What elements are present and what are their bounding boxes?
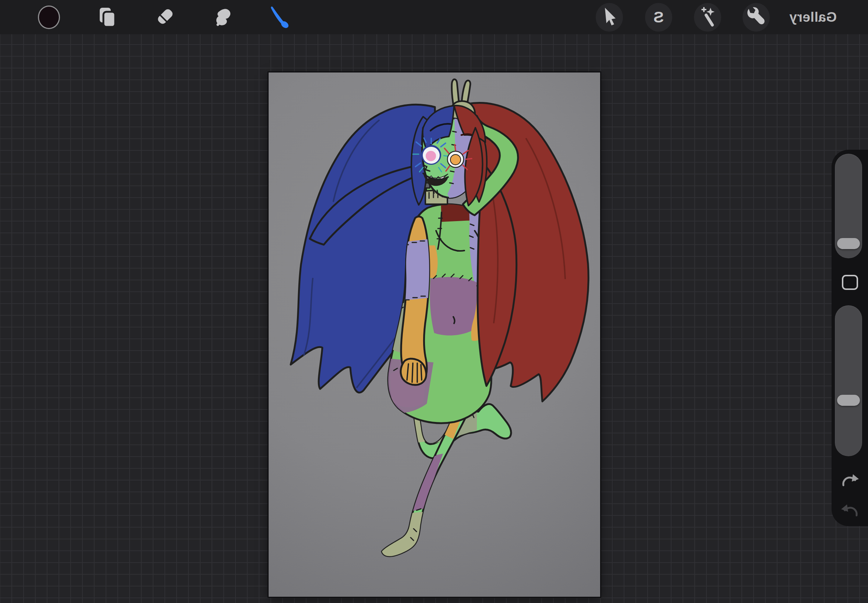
redo-arrow-icon [840,473,860,489]
tool-color-swatch[interactable] [37,6,61,29]
hand-left [401,359,426,385]
drawing-canvas[interactable] [269,73,600,597]
color-circle-icon [38,6,60,29]
modify-button[interactable] [842,275,858,290]
tool-smudge[interactable] [211,6,234,29]
artwork-patchwork-doll [269,73,600,597]
brush-icon [268,6,291,29]
eraser-icon [153,6,176,29]
history-undo[interactable] [840,504,860,519]
wrench-icon [744,6,768,29]
head [412,105,487,206]
slider-handle-brush-size[interactable] [837,238,860,249]
tool-transform[interactable] [596,3,623,32]
history-redo[interactable] [840,473,860,489]
smudge-finger-icon [211,6,234,29]
procreate-app: S Gallery [0,0,868,603]
undo-arrow-icon [840,504,860,519]
tool-eraser[interactable] [153,6,176,29]
brush-size-slider[interactable] [835,154,862,258]
cursor-arrow-icon [597,6,621,29]
brush-sidebar [832,150,868,526]
layers-icon [95,6,119,29]
gallery-button[interactable]: Gallery [774,0,851,34]
selection-s-icon: S [653,9,664,25]
tool-adjustments[interactable] [694,3,721,32]
gallery-label: Gallery [789,9,837,25]
top-toolbar: S Gallery [0,0,868,34]
slider-handle-opacity[interactable] [837,395,860,406]
tool-actions[interactable] [743,3,770,32]
tool-paint-brush[interactable] [268,6,291,29]
tool-layers[interactable] [95,6,119,29]
opacity-slider[interactable] [835,305,862,456]
tool-selection[interactable]: S [645,3,672,32]
magic-wand-icon [696,6,719,29]
workspace-background [0,34,868,603]
